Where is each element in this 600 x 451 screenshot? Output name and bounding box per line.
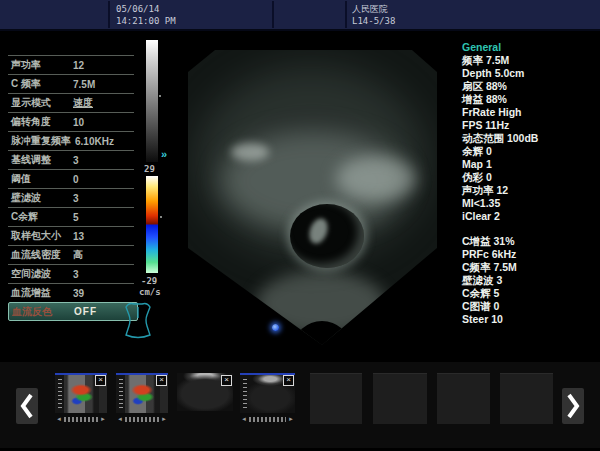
param-row[interactable]: 血流线密度高 <box>8 245 134 264</box>
time-text: 14:21:00 PM <box>116 16 176 26</box>
date-text: 05/06/14 <box>116 4 159 14</box>
prev-thumbnails-button[interactable] <box>16 388 38 424</box>
param-value: 12 <box>73 60 84 71</box>
bright-echo <box>231 143 269 161</box>
divider <box>345 1 347 28</box>
readout-line: 动态范围 100dB <box>462 132 597 145</box>
readout-line: 频率 7.5M <box>462 54 597 67</box>
caption-right-arrow: ► <box>100 417 106 422</box>
body-mark-icon[interactable] <box>116 299 160 341</box>
exam-mode-header: General <box>462 41 597 54</box>
param-row[interactable]: 声功率12 <box>8 55 134 74</box>
param-label: 基线调整 <box>8 153 69 167</box>
close-icon[interactable]: × <box>221 375 232 386</box>
readout-line: C图谱 0 <box>462 300 597 313</box>
param-value: 高 <box>73 248 83 262</box>
param-row[interactable]: 脉冲重复频率6.10KHz <box>8 131 134 150</box>
next-thumbnails-button[interactable] <box>562 388 584 424</box>
param-label: 脉冲重复频率 <box>8 134 71 148</box>
param-label: 血流增益 <box>8 286 69 300</box>
right-group-general: 频率 7.5MDepth 5.0cm扇区 88%增益 88%FrRate Hig… <box>462 54 597 223</box>
param-label: 空间滤波 <box>8 267 69 281</box>
param-value: 13 <box>73 231 84 242</box>
param-row[interactable]: 壁滤波3 <box>8 188 134 207</box>
caption-text-strip <box>64 417 98 422</box>
param-label: C 频率 <box>8 77 69 91</box>
thumbnail-caption: ◄► <box>240 417 295 422</box>
thumbnail-annotation-column <box>58 379 62 411</box>
thumbnail-caption: ◄► <box>55 417 107 422</box>
chevron-right-icon <box>566 393 580 419</box>
thumbnail-slot-empty <box>437 373 490 424</box>
readout-line: 增益 88% <box>462 93 597 106</box>
param-row[interactable]: C余辉5 <box>8 207 134 226</box>
datetime-display: 05/06/1414:21:00 PM <box>116 3 176 27</box>
param-row[interactable]: 基线调整3 <box>8 150 134 169</box>
readout-line: MI<1.35 <box>462 197 597 210</box>
readout-line: FPS 11Hz <box>462 119 597 132</box>
thumbnail-slot-empty <box>310 373 362 424</box>
param-row[interactable]: 偏转角度10 <box>8 112 134 131</box>
param-value: 3 <box>73 155 79 166</box>
caption-left-arrow: ◄ <box>56 417 62 422</box>
param-value: 3 <box>73 193 79 204</box>
param-value: 5 <box>73 212 79 223</box>
param-value: 0 <box>73 174 79 185</box>
caption-right-arrow: ► <box>161 417 167 422</box>
param-value: 3 <box>73 269 79 280</box>
readout-line: 伪彩 0 <box>462 171 597 184</box>
close-icon[interactable]: × <box>156 375 167 386</box>
tgc-dot <box>159 95 161 97</box>
chevron-left-icon <box>20 393 34 419</box>
readout-line: PRFc 6kHz <box>462 248 597 261</box>
readout-line: iClear 2 <box>462 210 597 223</box>
color-doppler-bar <box>146 176 158 273</box>
param-label: 血流线密度 <box>8 248 69 262</box>
thumbnail-annotation-column <box>243 379 247 411</box>
gestational-sac <box>290 204 364 268</box>
readout-line: C余辉 5 <box>462 287 597 300</box>
close-icon[interactable]: × <box>283 375 294 386</box>
param-value: 6.10KHz <box>75 136 114 147</box>
param-value: 速度 <box>73 96 93 110</box>
readout-line: 壁滤波 3 <box>462 274 597 287</box>
caption-text-strip <box>125 417 159 422</box>
param-value: 39 <box>73 288 84 299</box>
param-row[interactable]: 取样包大小13 <box>8 226 134 245</box>
focus-marker-icon: » <box>161 148 167 160</box>
velocity-unit-label: cm/s <box>139 287 161 297</box>
cursor-dot <box>272 324 279 331</box>
ultrasound-image[interactable] <box>186 46 439 348</box>
bright-echo <box>336 156 416 201</box>
param-row[interactable]: 显示模式速度 <box>8 93 134 112</box>
divider <box>272 1 274 28</box>
param-label: C余辉 <box>8 210 69 224</box>
hospital-display: 人民医院L14-5/38 <box>352 3 395 27</box>
readout-line: 扇区 88% <box>462 80 597 93</box>
right-group-color: C增益 31%PRFc 6kHzC频率 7.5M壁滤波 3C余辉 5C图谱 0S… <box>462 235 597 326</box>
tgc-dot <box>160 216 162 218</box>
thumbnail-annotation-column <box>119 379 123 411</box>
thumbnail-slot-empty <box>500 373 553 424</box>
param-label: 取样包大小 <box>8 229 69 243</box>
param-row[interactable]: 阈值0 <box>8 169 134 188</box>
readout-line: Map 1 <box>462 158 597 171</box>
thumbnail-slot-empty <box>373 373 427 424</box>
velocity-min-label: -29 <box>141 276 157 286</box>
top-bar: 05/06/1414:21:00 PM 人民医院L14-5/38 <box>0 0 600 31</box>
param-row[interactable]: C 频率7.5M <box>8 74 134 93</box>
param-label: 显示模式 <box>8 96 69 110</box>
thumbnail[interactable]: × <box>177 373 233 423</box>
thumbnail[interactable]: ×◄► <box>55 373 107 423</box>
velocity-max-label: 29 <box>144 164 155 174</box>
param-label: 偏转角度 <box>8 115 69 129</box>
ultrasound-app: 05/06/1414:21:00 PM 人民医院L14-5/38 声功率12C … <box>0 0 600 451</box>
param-value: 10 <box>73 117 84 128</box>
param-value: 7.5M <box>73 79 95 90</box>
close-icon[interactable]: × <box>95 375 106 386</box>
param-row[interactable]: 空间滤波3 <box>8 264 134 283</box>
param-value: OFF <box>74 306 97 317</box>
thumbnail[interactable]: ×◄► <box>240 373 295 423</box>
thumbnail[interactable]: ×◄► <box>116 373 168 423</box>
param-label: 声功率 <box>8 58 69 72</box>
